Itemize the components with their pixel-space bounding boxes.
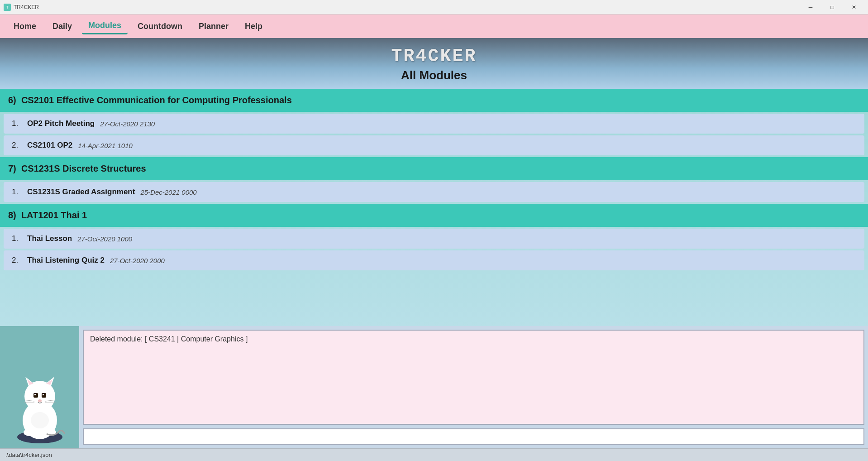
module-item-6-1[interactable]: 1. OP2 Pitch Meeting 27-Oct-2020 2130 [4,114,864,134]
module-item-6-2[interactable]: 2. CS2101 OP2 14-Apr-2021 1010 [4,135,864,155]
menu-item-planner[interactable]: Planner [192,19,235,34]
menu-item-modules[interactable]: Modules [82,18,128,34]
menu-item-countdown[interactable]: Countdown [131,19,189,34]
title-bar-left: T TR4CKER [4,4,39,11]
module-section-8: 8) LAT1201 Thai 1 1. Thai Lesson 27-Oct-… [0,204,868,270]
menu-item-home[interactable]: Home [7,19,43,34]
module-items-6: 1. OP2 Pitch Meeting 27-Oct-2020 2130 2.… [0,114,868,155]
console-output-text: Deleted module: [ CS3241 | Computer Grap… [90,335,248,343]
console-input[interactable] [83,428,864,445]
status-bar: .\data\tr4cker.json [0,448,868,461]
module-header-7[interactable]: 7) CS1231S Discrete Structures [0,157,868,180]
module-items-8: 1. Thai Lesson 27-Oct-2020 1000 2. Thai … [0,229,868,270]
status-path: .\data\tr4cker.json [5,451,52,458]
main-content: 6) CS2101 Effective Communication for Co… [0,89,868,326]
menu-bar: Home Daily Modules Countdown Planner Hel… [0,14,868,38]
title-bar: T TR4CKER ─ □ ✕ [0,0,868,14]
app-subtitle: All Modules [0,68,868,82]
close-button[interactable]: ✕ [844,0,864,14]
menu-item-daily[interactable]: Daily [46,19,78,34]
bottom-area: Deleted module: [ CS3241 | Computer Grap… [0,326,868,448]
title-bar-text: TR4CKER [14,4,39,10]
svg-point-11 [38,399,42,402]
app-title: TR4CKER [0,46,868,67]
svg-point-17 [24,429,36,436]
menu-item-help[interactable]: Help [238,19,269,34]
svg-point-16 [31,412,49,428]
svg-rect-10 [43,394,44,395]
module-items-7: 1. CS1231S Graded Assignment 25-Dec-2021… [0,182,868,202]
module-section-7: 7) CS1231S Discrete Structures 1. CS1231… [0,157,868,202]
module-section-6: 6) CS2101 Effective Communication for Co… [0,89,868,155]
svg-rect-7 [33,393,38,398]
module-item-7-1[interactable]: 1. CS1231S Graded Assignment 25-Dec-2021… [4,182,864,202]
svg-rect-9 [34,394,36,395]
mascot-area [0,326,79,448]
console-output: Deleted module: [ CS3241 | Computer Grap… [83,330,864,425]
minimize-button[interactable]: ─ [800,0,821,14]
svg-rect-8 [42,393,46,398]
console-area: Deleted module: [ CS3241 | Computer Grap… [79,326,868,448]
module-item-8-1[interactable]: 1. Thai Lesson 27-Oct-2020 1000 [4,229,864,249]
mascot-cat [8,353,72,444]
module-item-8-2[interactable]: 2. Thai Listening Quiz 2 27-Oct-2020 200… [4,250,864,270]
app-icon: T [4,4,11,11]
module-header-6[interactable]: 6) CS2101 Effective Communication for Co… [0,89,868,112]
module-header-8[interactable]: 8) LAT1201 Thai 1 [0,204,868,227]
app-header: TR4CKER All Modules [0,38,868,89]
maximize-button[interactable]: □ [822,0,843,14]
title-bar-controls: ─ □ ✕ [800,0,864,14]
